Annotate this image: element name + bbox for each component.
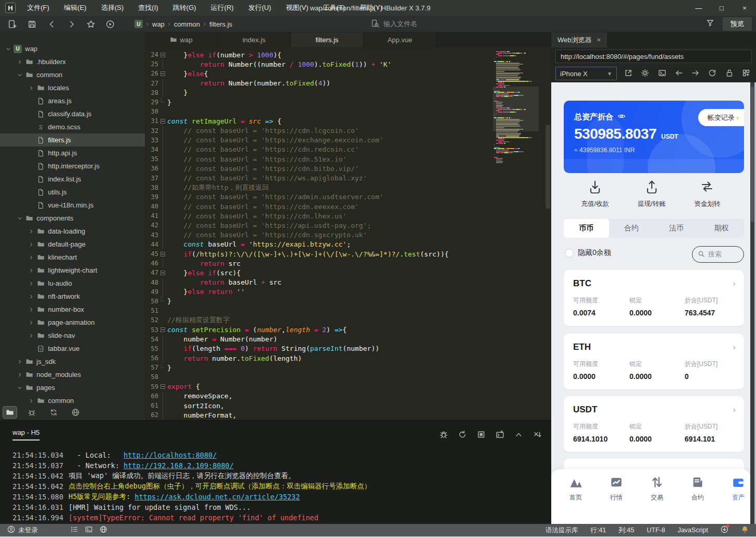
action-transfer[interactable]: 资金划转	[694, 180, 720, 214]
forward-icon[interactable]	[66, 19, 77, 29]
tree-item-common[interactable]: common	[0, 68, 145, 81]
menu-f[interactable]: 文件(F)	[20, 0, 57, 16]
chevron-right-icon[interactable]	[16, 59, 24, 65]
chevron-right-icon[interactable]	[27, 398, 35, 404]
tree-item-areas.js[interactable]: areas.js	[0, 94, 145, 107]
chevron-right-icon[interactable]	[27, 241, 35, 248]
device-select[interactable]: iPhone X ▼	[555, 67, 617, 80]
statusbar-list-icon[interactable]	[70, 525, 78, 535]
tree-item-components[interactable]: components	[0, 212, 145, 225]
tree-item-wap[interactable]: Uwap	[0, 42, 145, 55]
tree-item-classify.data.js[interactable]: classify.data.js	[0, 107, 145, 120]
browser-unlock-icon[interactable]	[725, 69, 734, 79]
console-stop-icon[interactable]	[475, 429, 487, 439]
browser-qr-icon[interactable]	[742, 69, 750, 79]
minimap[interactable]	[493, 47, 539, 420]
browser-console-icon[interactable]	[658, 69, 666, 79]
eye-icon[interactable]	[617, 112, 626, 122]
breadcrumb-filters.js[interactable]: filters.js	[209, 20, 232, 28]
chevron-right-icon[interactable]	[27, 228, 35, 235]
coin-search-input[interactable]: 搜索	[692, 246, 744, 263]
tree-item-pages[interactable]: pages	[0, 381, 145, 394]
menu-i[interactable]: 查找(I)	[131, 0, 165, 16]
menu-r[interactable]: 运行(R)	[203, 0, 241, 16]
tree-item-lightweight-chart[interactable]: lightweight-chart	[0, 264, 145, 277]
console-bug-icon[interactable]	[438, 429, 449, 439]
chevron-right-icon[interactable]	[27, 307, 35, 313]
console-tab[interactable]: wap - H5	[13, 429, 40, 441]
nav-item-home[interactable]: 首页	[560, 476, 591, 502]
browser-arrow-right-icon[interactable]	[691, 69, 700, 79]
chevron-right-icon[interactable]	[27, 320, 35, 326]
language-mode[interactable]: JavaScript	[678, 527, 708, 534]
editor-tab-filters.js[interactable]: filters.js	[291, 32, 364, 47]
browser-refresh-icon[interactable]	[708, 69, 716, 79]
editor-tab-wap[interactable]: wap	[145, 32, 218, 47]
editor-scrollbar[interactable]	[545, 47, 551, 420]
update-download-icon[interactable]	[721, 525, 728, 535]
chevron-right-icon[interactable]	[16, 359, 24, 365]
tree-item-number-box[interactable]: number-box	[0, 303, 145, 316]
maximize-button[interactable]: □	[710, 0, 733, 16]
console-link[interactable]: http://localhost:8080/	[123, 451, 217, 459]
coin-card-USDT[interactable]: USDT›可用额度6914.1010锁定0.0000折合[USDT]6914.1…	[564, 396, 744, 452]
menu-g[interactable]: 跳转(G)	[166, 0, 204, 16]
chevron-right-icon[interactable]	[27, 280, 35, 287]
tree-item-klinechart[interactable]: klinechart	[0, 251, 145, 264]
nav-item-contract[interactable]: 合约	[682, 476, 713, 502]
coin-card-ETH[interactable]: ETH›可用额度0.0000锁定0.0000折合[USDT]0	[564, 334, 744, 389]
console-link[interactable]: http://192.168.2.109:8080/	[123, 461, 233, 470]
nav-item-market[interactable]: 行情	[601, 476, 632, 502]
tree-item-utils.js[interactable]: utils.js	[0, 186, 145, 199]
run-icon[interactable]	[104, 19, 116, 29]
nav-item-wallet[interactable]: 资产	[723, 476, 750, 502]
chevron-right-icon[interactable]	[16, 372, 24, 378]
back-icon[interactable]	[46, 19, 57, 29]
coin-card-BTC[interactable]: BTC›可用额度0.0074锁定0.0000折合[USDT]763.4547	[564, 270, 744, 326]
url-input[interactable]: http://localhost:8080/#/pages/fund/asset…	[555, 50, 752, 63]
tree-item-http.api.js[interactable]: http.api.js	[0, 146, 145, 160]
tree-item-locales[interactable]: locales	[0, 81, 145, 94]
preview-scrollbar[interactable]	[750, 82, 754, 524]
account-record-button[interactable]: 帐变记录 ›	[698, 109, 744, 126]
tree-item-index.list.js[interactable]: index.list.js	[0, 173, 145, 186]
encoding[interactable]: UTF-8	[647, 527, 665, 534]
tree-item-http.interceptor.js[interactable]: http.interceptor.js	[0, 160, 145, 173]
menu-s[interactable]: 选择(S)	[94, 0, 131, 16]
action-deposit[interactable]: 充值/收款	[581, 180, 609, 214]
hide-zero-checkbox[interactable]: 隐藏0余额	[565, 248, 611, 258]
chevron-down-icon[interactable]	[16, 72, 24, 78]
code-editor[interactable]: 24 }else if(number > 1000){25 return Num…	[145, 47, 530, 420]
star-icon[interactable]	[85, 19, 96, 29]
file-search-box[interactable]: 输入文件名	[371, 18, 704, 30]
tree-item-slide-nav[interactable]: slide-nav	[0, 329, 145, 342]
statusbar-globe-icon[interactable]	[100, 525, 107, 535]
menu-e[interactable]: 编辑(E)	[57, 0, 94, 16]
chevron-right-icon[interactable]	[27, 333, 35, 339]
console-new-console-icon[interactable]	[494, 429, 505, 439]
sidebar-tool-debug-icon[interactable]	[25, 407, 39, 418]
browser-tab-close-icon[interactable]: ×	[597, 36, 601, 44]
chevron-down-icon[interactable]	[16, 215, 24, 222]
syntax-hint-lib[interactable]: 语法提示库	[546, 526, 578, 535]
breadcrumb-common[interactable]: common	[174, 20, 200, 28]
console-collapse-icon[interactable]	[513, 429, 524, 439]
chevron-right-icon[interactable]	[27, 254, 35, 261]
menu-u[interactable]: 发行(U)	[241, 0, 278, 16]
chevron-right-icon[interactable]	[27, 294, 35, 300]
tree-item-lu-audio[interactable]: lu-audio	[0, 277, 145, 290]
console-clear-icon[interactable]	[531, 429, 543, 439]
tree-item-filters.js[interactable]: filters.js	[0, 133, 145, 146]
tree-item-demo.scss[interactable]: Sdemo.scss	[0, 120, 145, 133]
nav-item-trade[interactable]: 交易	[641, 476, 673, 502]
tree-item-default-page[interactable]: default-page	[0, 238, 145, 251]
asset-tab-法币[interactable]: 法币	[654, 219, 699, 238]
preview-button[interactable]: 预览	[723, 17, 752, 31]
tree-item-data-loading[interactable]: data-loading	[0, 225, 145, 238]
sidebar-tool-globe-icon[interactable]	[69, 407, 82, 418]
tree-item-node_modules[interactable]: node_modules	[0, 368, 145, 381]
tree-item-js_sdk[interactable]: js_sdk	[0, 355, 145, 368]
chevron-down-icon[interactable]	[16, 385, 24, 391]
browser-external-icon[interactable]	[624, 69, 633, 79]
asset-tab-币币[interactable]: 币币	[564, 219, 609, 238]
